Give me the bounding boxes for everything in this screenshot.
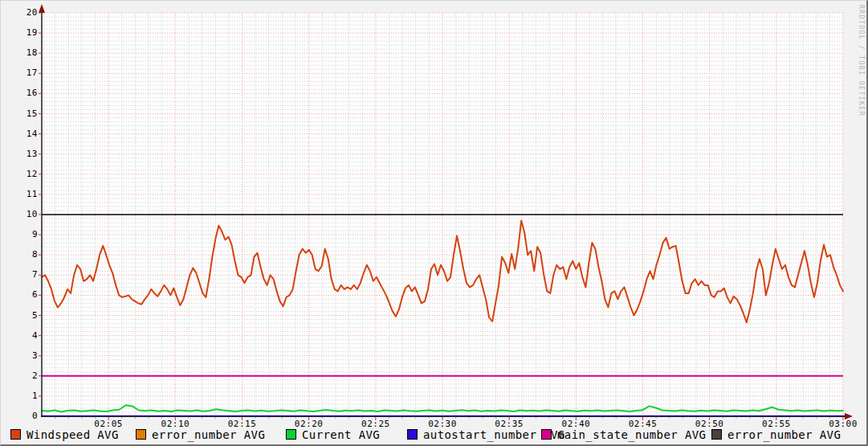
legend-label: Current AVG [302, 428, 380, 441]
legend-label: error_number AVG [152, 428, 265, 441]
y-tick-label: 12 [12, 170, 38, 179]
legend-swatch-icon [541, 429, 552, 440]
y-tick-label: 20 [12, 8, 38, 18]
y-tick-label: 11 [12, 190, 38, 199]
y-tick-label: 3 [12, 351, 38, 361]
legend-swatch-icon [711, 429, 722, 440]
y-tick-label: 4 [12, 331, 38, 341]
y-tick-label: 13 [12, 149, 38, 159]
legend-swatch-icon [10, 429, 21, 440]
y-tick-label: 9 [12, 230, 38, 239]
y-tick-label: 2 [12, 371, 38, 381]
y-tick-label: 15 [12, 109, 38, 119]
y-tick-label: 16 [12, 88, 38, 98]
legend-label: main_state_number AVG [557, 428, 706, 441]
legend-item: error_number AVG [136, 427, 265, 440]
legend-swatch-icon [407, 429, 418, 440]
legend-item: Windspeed AVG [10, 427, 119, 440]
y-tick-label: 19 [12, 28, 38, 38]
y-tick-label: 0 [12, 411, 38, 421]
legend-item: Current AVG [286, 427, 380, 440]
legend-swatch-icon [286, 429, 296, 440]
y-tick-label: 10 [12, 210, 38, 219]
legend-label: error_number AVG [727, 428, 841, 441]
legend-item: error_number AVG [711, 427, 841, 440]
y-tick-label: 18 [12, 48, 38, 58]
legend: Windspeed AVGerror_number AVGCurrent AVG… [1, 427, 868, 443]
y-tick-label: 14 [12, 129, 38, 139]
y-tick-label: 1 [12, 391, 38, 401]
y-tick-label: 5 [12, 311, 38, 321]
rrdtool-graph: 01234567891011121314151617181920 02:0502… [0, 0, 868, 446]
legend-label: Windspeed AVG [26, 428, 119, 441]
y-tick-label: 7 [12, 270, 38, 280]
plot-area [1, 1, 868, 446]
watermark: RRDTOOL / TOBI OETIKER [858, 5, 865, 117]
legend-swatch-icon [136, 429, 146, 440]
legend-item: main_state_number AVG [541, 427, 706, 440]
y-tick-label: 6 [12, 290, 38, 300]
y-tick-label: 17 [12, 68, 38, 78]
y-tick-label: 8 [12, 250, 38, 260]
y-axis-arrow-icon [39, 4, 45, 13]
